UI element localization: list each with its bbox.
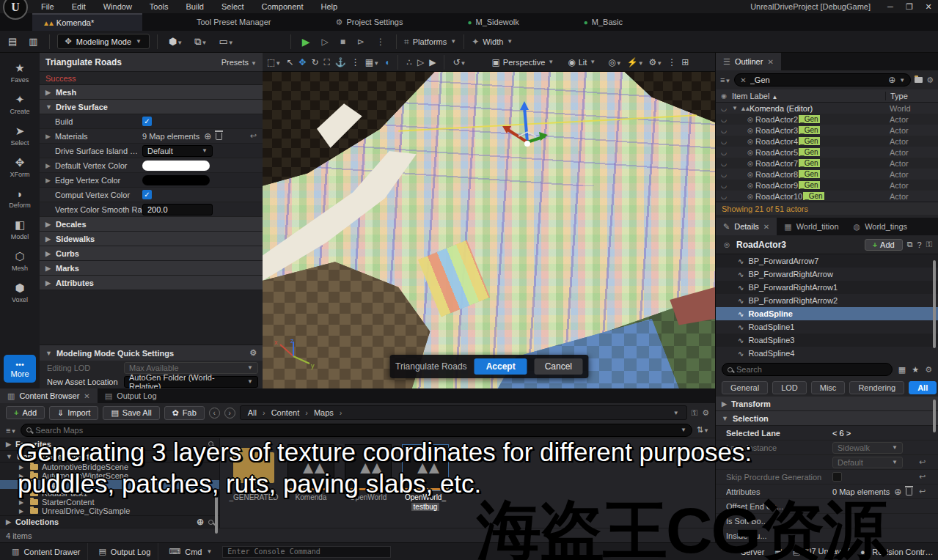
cb-search-input[interactable] xyxy=(35,426,677,435)
rail-item-model[interactable]: ◧Model xyxy=(2,218,37,240)
category-attributes[interactable]: ▶Attributes xyxy=(40,276,263,290)
more-tools-icon[interactable]: ⋮ xyxy=(351,57,360,67)
visibility-icon[interactable]: ◡ xyxy=(716,105,732,112)
tree-item[interactable]: ▶StarterContent xyxy=(0,498,219,506)
component-row[interactable]: ∿RoadSpline4 xyxy=(716,347,938,360)
details-settings-icon[interactable]: ⚙ xyxy=(925,365,932,375)
skip-generation-checkbox[interactable]: ✓ xyxy=(832,472,842,482)
transform-gizmo[interactable] xyxy=(501,100,548,151)
category-selection[interactable]: ▼Selection xyxy=(716,411,938,426)
search-icon[interactable] xyxy=(208,441,213,446)
category-transform[interactable]: ▶Transform xyxy=(716,397,938,411)
content-drawer-button[interactable]: ▥Content Drawer xyxy=(4,543,88,560)
asset-tile-level[interactable]: ▲▲ Komenda xyxy=(285,444,337,503)
add-element-icon[interactable]: ⊕ xyxy=(204,131,211,141)
crumb-content[interactable]: Content xyxy=(271,408,300,417)
back-button[interactable]: ‹ xyxy=(209,408,220,419)
collections-header[interactable]: ▶ Collections ⊕ xyxy=(0,515,219,528)
tree-item-selected[interactable]: ▶Maps xyxy=(0,480,219,489)
cb-settings-icon[interactable]: ⚙ xyxy=(702,408,709,418)
frame-skip-button[interactable]: ▷ xyxy=(318,35,331,48)
tab-komenda[interactable]: ▲▲ Komenda* xyxy=(32,13,142,31)
color-swatch-white[interactable] xyxy=(142,161,210,171)
tree-scrollbar[interactable] xyxy=(215,490,218,534)
tree-item[interactable]: ▶UnrealDrive_CitySample xyxy=(0,506,219,515)
rail-item-deform[interactable]: ◗Deform xyxy=(2,188,37,209)
visibility-icon[interactable]: ◡ xyxy=(716,182,732,189)
outliner-search[interactable]: ✕ ⊕ ▼ xyxy=(734,73,911,86)
viewport-options-icon[interactable]: ⋮ xyxy=(667,57,676,67)
outliner-row-actor[interactable]: ◡ ◎ RoadActor10_Gen Actor xyxy=(716,191,938,202)
chip-general[interactable]: General xyxy=(722,381,768,394)
close-button[interactable]: ✕ xyxy=(919,2,938,12)
tab-world-settings[interactable]: ◍ World_tings xyxy=(846,218,915,235)
filter-icon[interactable]: ≡▼ xyxy=(720,75,730,84)
search-icon[interactable] xyxy=(208,454,213,459)
outliner-row-world[interactable]: ◡ ▼ ▲▲ Komenda (Editor) World xyxy=(716,103,938,114)
details-search[interactable] xyxy=(722,363,893,376)
lit-dropdown[interactable]: ◉ Lit▼ xyxy=(568,57,596,67)
delete-icon[interactable] xyxy=(216,133,222,140)
rail-item-select[interactable]: ➤Select xyxy=(2,125,37,147)
add-button[interactable]: +Add xyxy=(6,406,45,419)
outliner-row-actor[interactable]: ◡ ◎ RoadActor7_Gen Actor xyxy=(716,158,938,169)
close-icon[interactable]: ✕ xyxy=(763,223,769,231)
column-type[interactable]: Type xyxy=(885,92,938,100)
column-item-label[interactable]: Item Label ▲ xyxy=(732,92,885,100)
outliner-row-actor[interactable]: ◡ ◎ RoadActor2_Gen Actor xyxy=(716,114,938,125)
advance-button[interactable]: ⊳ xyxy=(353,35,368,48)
save-icon[interactable]: ▤ xyxy=(4,34,21,48)
component-row[interactable]: ∿RoadSpline1 xyxy=(716,320,938,334)
reset-icon[interactable]: ↩ xyxy=(250,131,257,141)
cinematics-dropdown[interactable]: ▭▼ xyxy=(215,34,237,48)
crumb-maps[interactable]: Maps xyxy=(314,408,334,417)
menu-select[interactable]: Select xyxy=(213,1,253,12)
chevron-down-icon[interactable]: ▼ xyxy=(732,105,739,111)
fab-button[interactable]: ✿Fab xyxy=(164,406,205,420)
clear-search-icon[interactable]: ✕ xyxy=(740,76,746,84)
visibility-icon[interactable]: ◡ xyxy=(716,193,732,200)
platforms-dropdown[interactable]: ⌗ Platforms ▼ xyxy=(404,37,456,47)
derived-data-icon[interactable]: ▦ xyxy=(774,547,782,556)
default-select[interactable]: Default▼ xyxy=(832,457,903,468)
island-material-select[interactable]: Default▼ xyxy=(142,145,213,157)
category-decales[interactable]: ▶Decales xyxy=(40,217,263,232)
tab-outliner[interactable]: ☰ Outliner ✕ xyxy=(716,53,781,70)
tab-details[interactable]: ✎ Details ✕ xyxy=(716,218,777,235)
build-checkbox[interactable]: ✓ xyxy=(142,117,152,126)
add-element-icon[interactable]: ⊕ xyxy=(894,487,901,497)
details-props-scrollbar[interactable] xyxy=(933,399,936,432)
output-log-button[interactable]: ▤Output Log xyxy=(91,543,158,560)
move-tool-icon[interactable]: ✥ xyxy=(298,57,306,67)
chip-lod[interactable]: LOD xyxy=(772,381,807,394)
asset-tile-level-selected[interactable]: ▲▲ OpenWorld_testbug xyxy=(399,444,452,512)
smooth-radius-input[interactable]: 200.0 xyxy=(142,204,213,215)
snap-value-icon[interactable]: ▶ xyxy=(429,57,436,67)
outliner-row-actor[interactable]: ◡ ◎ RoadActor5_Gen Actor xyxy=(716,147,938,158)
visibility-icon[interactable]: ◡ xyxy=(716,116,732,123)
outliner-search-input[interactable] xyxy=(750,75,884,84)
outliner-row-actor[interactable]: ◡ ◎ RoadActor3_Gen Actor xyxy=(716,125,938,136)
help-icon[interactable]: ? xyxy=(917,240,922,249)
menu-component[interactable]: Component xyxy=(253,1,312,12)
lock-icon[interactable]: ⚿ xyxy=(692,408,697,418)
viewport-settings-dropdown[interactable]: ⚙▼ xyxy=(649,57,663,67)
rotation-snap-icon[interactable]: ↺▼ xyxy=(452,57,466,67)
rotate-tool-icon[interactable]: ↻ xyxy=(311,57,318,67)
menu-help[interactable]: Help xyxy=(312,1,346,12)
new-folder-icon[interactable] xyxy=(915,77,923,83)
component-row[interactable]: ∿BP_ForwardRightArrow2 xyxy=(716,294,938,307)
width-dropdown[interactable]: ✦ Width ▼ xyxy=(472,37,513,47)
reset-icon[interactable]: ↩ xyxy=(919,472,938,482)
play-options-icon[interactable]: ⋮ xyxy=(373,35,389,48)
tab-world-partition[interactable]: ▦ World_tition xyxy=(777,218,846,235)
sort-icon[interactable]: ⇅▼ xyxy=(697,425,709,435)
favorites-header[interactable]: ▶ Favorites xyxy=(0,438,219,451)
selected-lane-stepper[interactable]: < 6 > xyxy=(832,429,919,438)
save-all-button[interactable]: ▤Save All xyxy=(103,406,159,420)
visibility-icon[interactable]: ◡ xyxy=(716,160,732,167)
chip-misc[interactable]: Misc xyxy=(811,381,846,394)
outliner-row-actor[interactable]: ◡ ◎ RoadActor8_Gen Actor xyxy=(716,169,938,180)
rail-item-voxel[interactable]: ⬢Voxel xyxy=(2,281,37,303)
presets-dropdown[interactable]: Presets ▼ xyxy=(221,58,257,67)
